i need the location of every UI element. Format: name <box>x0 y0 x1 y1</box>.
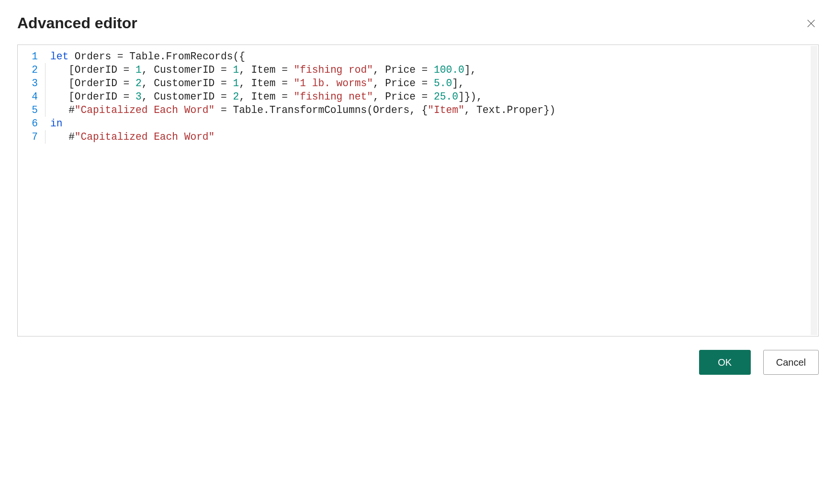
token-num: 5.0 <box>434 78 452 89</box>
token-plain: , Item = <box>239 64 294 76</box>
line-number: 1 <box>18 50 44 63</box>
token-plain: , CustomerID = <box>142 64 233 76</box>
indent-guide <box>44 63 50 77</box>
code-area[interactable]: 1let Orders = Table.FromRecords({2 [Orde… <box>18 50 818 144</box>
dialog-header: Advanced editor <box>17 14 819 32</box>
token-num: 2 <box>136 78 142 89</box>
ok-button[interactable]: OK <box>699 350 751 375</box>
token-plain: , Item = <box>239 78 294 89</box>
token-plain: , CustomerID = <box>142 78 233 89</box>
code-content[interactable]: [OrderID = 3, CustomerID = 2, Item = "fi… <box>50 90 818 103</box>
token-plain: [OrderID = <box>50 78 136 89</box>
line-number: 4 <box>18 90 44 103</box>
code-line[interactable]: 2 [OrderID = 1, CustomerID = 1, Item = "… <box>18 63 818 77</box>
code-line[interactable]: 4 [OrderID = 3, CustomerID = 2, Item = "… <box>18 90 818 103</box>
indent-guide <box>44 90 50 103</box>
code-content[interactable]: let Orders = Table.FromRecords({ <box>50 50 818 63</box>
code-line[interactable]: 1let Orders = Table.FromRecords({ <box>18 50 818 63</box>
line-number: 7 <box>18 130 44 144</box>
token-str: "Item" <box>428 104 464 116</box>
line-number: 6 <box>18 117 44 130</box>
token-str: "1 lb. worms" <box>294 78 373 89</box>
code-line[interactable]: 7 #"Capitalized Each Word" <box>18 130 818 144</box>
code-content[interactable]: in <box>50 117 818 130</box>
line-number: 5 <box>18 103 44 117</box>
token-plain: # <box>50 104 75 116</box>
code-content[interactable]: #"Capitalized Each Word" = Table.Transfo… <box>50 103 818 117</box>
indent-guide <box>44 77 50 90</box>
token-plain: [OrderID = <box>50 91 136 102</box>
line-number: 3 <box>18 77 44 90</box>
indent-guide <box>44 117 50 130</box>
token-str: "fishing rod" <box>294 64 373 76</box>
cancel-button[interactable]: Cancel <box>763 350 819 375</box>
token-plain: , Price = <box>373 64 434 76</box>
indent-guide <box>44 50 50 63</box>
token-str: "fishing net" <box>294 91 373 102</box>
token-plain: [OrderID = <box>50 64 136 76</box>
token-str: "Capitalized Each Word" <box>75 131 215 143</box>
token-plain: ]}), <box>458 91 483 102</box>
indent-guide <box>44 130 50 144</box>
line-number: 2 <box>18 63 44 77</box>
token-num: 2 <box>233 91 239 102</box>
token-str: "Capitalized Each Word" <box>75 104 215 116</box>
token-plain: , Price = <box>373 78 434 89</box>
token-plain: Orders = Table.FromRecords({ <box>68 51 245 62</box>
code-content[interactable]: #"Capitalized Each Word" <box>50 130 818 144</box>
code-editor[interactable]: 1let Orders = Table.FromRecords({2 [Orde… <box>17 45 819 336</box>
indent-guide <box>44 103 50 117</box>
scrollbar-vertical[interactable] <box>811 46 817 335</box>
token-plain: ], <box>452 78 464 89</box>
token-plain: = Table.TransformColumns(Orders, { <box>215 104 428 116</box>
dialog-footer: OK Cancel <box>17 350 819 375</box>
code-line[interactable]: 5 #"Capitalized Each Word" = Table.Trans… <box>18 103 818 117</box>
token-plain: , Item = <box>239 91 294 102</box>
close-button[interactable] <box>803 16 819 31</box>
code-line[interactable]: 6in <box>18 117 818 130</box>
close-icon <box>806 18 816 29</box>
token-plain: , CustomerID = <box>142 91 233 102</box>
token-num: 1 <box>233 64 239 76</box>
token-kw: in <box>50 118 62 129</box>
code-content[interactable]: [OrderID = 1, CustomerID = 1, Item = "fi… <box>50 63 818 77</box>
code-content[interactable]: [OrderID = 2, CustomerID = 1, Item = "1 … <box>50 77 818 90</box>
token-plain: ], <box>464 64 476 76</box>
token-plain: , Price = <box>373 91 434 102</box>
code-line[interactable]: 3 [OrderID = 2, CustomerID = 1, Item = "… <box>18 77 818 90</box>
token-num: 25.0 <box>434 91 458 102</box>
token-num: 3 <box>136 91 142 102</box>
token-kw: let <box>50 51 68 62</box>
token-num: 1 <box>233 78 239 89</box>
token-num: 1 <box>136 64 142 76</box>
token-num: 100.0 <box>434 64 464 76</box>
token-plain: # <box>50 131 75 143</box>
token-plain: , Text.Proper}) <box>464 104 556 116</box>
dialog-title: Advanced editor <box>17 14 137 32</box>
